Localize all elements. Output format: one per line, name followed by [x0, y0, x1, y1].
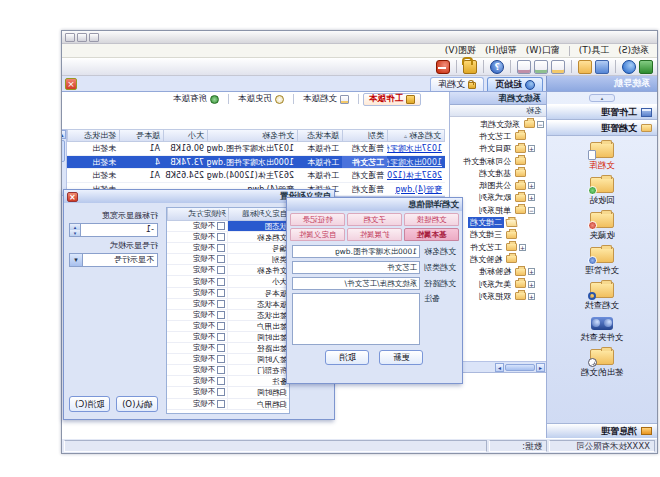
- doc-new-icon[interactable]: [517, 60, 531, 74]
- column-header-file-name[interactable]: 文件名称: [207, 129, 297, 142]
- sidebar-group-work[interactable]: 工作管理: [547, 104, 657, 120]
- filter-working-version[interactable]: 工作版本: [363, 93, 421, 106]
- lock-checkbox[interactable]: [217, 278, 225, 286]
- grid-row[interactable]: 版本号不锁定: [167, 288, 289, 299]
- lock-checkbox[interactable]: [217, 300, 225, 308]
- expand-icon[interactable]: [519, 244, 526, 251]
- tab-extended-properties[interactable]: 扩展属性: [347, 228, 402, 241]
- lock-checkbox[interactable]: [217, 233, 225, 241]
- scroll-thumb[interactable]: [62, 140, 66, 162]
- menu-help[interactable]: 帮助(H): [485, 44, 517, 57]
- tab-document-library[interactable]: 文档库: [430, 77, 484, 91]
- menu-window[interactable]: 窗口(W): [526, 44, 560, 57]
- close-icon[interactable]: [67, 192, 78, 202]
- collapse-icon[interactable]: [537, 121, 544, 128]
- lock-checkbox[interactable]: [217, 289, 225, 297]
- tree-node[interactable]: 项目文件: [450, 143, 546, 155]
- scroll-right-icon[interactable]: [495, 363, 504, 372]
- lock-checkbox[interactable]: [217, 266, 225, 274]
- doc-name-field[interactable]: 1000出水嘴零件图.dwg: [292, 245, 420, 258]
- tree-node[interactable]: 单把系列: [450, 204, 546, 216]
- chevron-down-icon[interactable]: [70, 254, 83, 266]
- help-icon[interactable]: [490, 60, 504, 74]
- grid-row[interactable]: 签入时间不锁定: [167, 354, 289, 365]
- column-header-doc-name[interactable]: 文档名称: [387, 129, 445, 142]
- tree-node-selected[interactable]: 二维文档: [450, 216, 546, 228]
- close-button[interactable]: [65, 33, 75, 42]
- lock-checkbox[interactable]: [217, 400, 225, 408]
- scroll-thumb[interactable]: [505, 364, 535, 371]
- grid-row[interactable]: 大小不锁定: [167, 276, 289, 287]
- filter-history-version[interactable]: 历史版本: [233, 93, 289, 106]
- lock-checkbox[interactable]: [217, 322, 225, 330]
- column-header-version[interactable]: 版本号: [119, 129, 163, 142]
- filter-all-versions[interactable]: 所有版本: [168, 93, 224, 106]
- expand-icon[interactable]: [528, 145, 535, 152]
- grid-row[interactable]: 签出时间不锁定: [167, 332, 289, 343]
- doc-name-link[interactable]: 1037出水嘴零件图.dwg: [387, 142, 445, 155]
- table-row[interactable]: 1037出水嘴零件图.dwg 普通文档 工作版本 1037出水嘴零件图.dwg …: [67, 142, 445, 156]
- table-vertical-scrollbar[interactable]: [62, 129, 67, 196]
- expand-icon[interactable]: [528, 293, 535, 300]
- doc-copy-icon[interactable]: [551, 60, 565, 74]
- sidebar-group-messages[interactable]: 消息管理: [547, 423, 657, 438]
- grid-row[interactable]: 签出状态不锁定: [167, 310, 289, 321]
- lock-checkbox[interactable]: [217, 244, 225, 252]
- grid-row[interactable]: 签出用户不锁定: [167, 321, 289, 332]
- doc-name-link[interactable]: 2637主体(12004).dwg: [387, 169, 445, 182]
- tree-node[interactable]: 系统文档库: [450, 118, 546, 130]
- maximize-button[interactable]: [77, 33, 87, 42]
- minimize-button[interactable]: [89, 33, 99, 42]
- exit-icon[interactable]: [436, 60, 450, 74]
- sidebar-item-file-management[interactable]: 文件管理: [547, 247, 657, 277]
- row-width-spinner[interactable]: -1: [69, 223, 158, 237]
- column-header-checkout-status[interactable]: 签出状态: [67, 129, 119, 142]
- lock-checkbox[interactable]: [217, 377, 225, 385]
- tab-sub-documents[interactable]: 子文档: [347, 213, 402, 226]
- lock-checkbox[interactable]: [217, 255, 225, 263]
- lock-checkbox[interactable]: [217, 355, 225, 363]
- tab-basic-properties[interactable]: 基本属性: [404, 228, 459, 241]
- sidebar-item-checked-out-docs[interactable]: 签出的文档: [547, 349, 657, 379]
- lock-checkbox[interactable]: [217, 366, 225, 374]
- spin-down-icon[interactable]: [70, 230, 80, 236]
- scroll-left-icon[interactable]: [536, 363, 545, 372]
- cancel-button[interactable]: 取消(C): [69, 396, 111, 412]
- lock-checkbox[interactable]: [217, 311, 225, 319]
- cancel-button[interactable]: 取消: [326, 350, 370, 365]
- sidebar-item-recycle-bin[interactable]: 回收站: [547, 177, 657, 207]
- tree-column-header[interactable]: 名称: [450, 105, 546, 117]
- menu-system[interactable]: 系统(S): [618, 44, 649, 57]
- lock-icon[interactable]: [463, 60, 477, 74]
- tab-close-icon[interactable]: [65, 78, 77, 90]
- tab-feature-records[interactable]: 特征记录: [290, 213, 345, 226]
- grid-row[interactable]: 文件名称不锁定: [167, 265, 289, 276]
- grid-row[interactable]: 归档时间不锁定: [167, 387, 289, 398]
- scroll-up-icon[interactable]: [62, 130, 67, 139]
- grid-row[interactable]: 归档用户不锁定: [167, 399, 289, 410]
- tree-node[interactable]: 公共图纸: [450, 179, 546, 191]
- update-button[interactable]: 更新: [380, 350, 424, 365]
- sidebar-item-favorites[interactable]: 收藏夹: [547, 212, 657, 242]
- expand-icon[interactable]: [528, 268, 535, 275]
- filter-document-version[interactable]: 文档版本: [298, 93, 354, 106]
- sidebar-item-doc-search[interactable]: 文档查找: [547, 282, 657, 312]
- grid-row[interactable]: 版本状态不锁定: [167, 299, 289, 310]
- table-row-selected[interactable]: 1000出水嘴零件图.dwg 工艺文件 工作版本 1000出水嘴零件图.dwg …: [67, 156, 445, 170]
- lock-checkbox[interactable]: [217, 222, 225, 230]
- grid-row[interactable]: 编号不锁定: [167, 243, 289, 254]
- grid-row[interactable]: 所在部门不锁定: [167, 365, 289, 376]
- collapse-handle[interactable]: [589, 94, 615, 102]
- tree-node[interactable]: 双把系列: [450, 290, 546, 302]
- note-textarea[interactable]: [292, 293, 420, 345]
- tree-node[interactable]: 工艺文件: [450, 130, 546, 142]
- column-header-size[interactable]: 大小: [163, 129, 207, 142]
- dialog-title-bar[interactable]: 文档详细信息: [287, 198, 462, 211]
- grid-row-selected[interactable]: 状态图不锁定: [167, 221, 289, 232]
- tree-node[interactable]: 三维文档: [450, 229, 546, 241]
- grid-row[interactable]: 文档名称不锁定: [167, 232, 289, 243]
- new-grid-icon[interactable]: [639, 60, 653, 74]
- tab-start-page[interactable]: 起始页: [487, 77, 543, 91]
- doc-edit-icon[interactable]: [534, 60, 548, 74]
- row-number-mode-select[interactable]: 不显示行号: [69, 253, 158, 267]
